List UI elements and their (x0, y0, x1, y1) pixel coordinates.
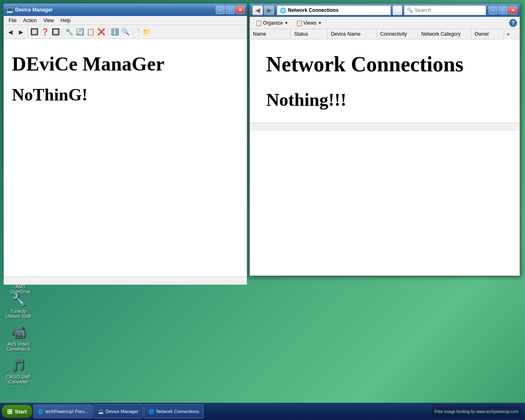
tb-btn-5[interactable]: 🔄 (75, 27, 85, 37)
menu-help[interactable]: Help (57, 17, 74, 24)
casio-smf-icon: 🎵 (10, 357, 27, 373)
tb-btn-7[interactable]: ❌ (96, 27, 106, 37)
dm-toolbar: ◀ ▶ 🔲 ❓ 🔲 🔧 🔄 📋 ❌ ℹ️ 🔍 📄 📁 (4, 25, 247, 39)
tb-btn-1[interactable]: 🔲 (30, 27, 39, 37)
device-manager-titlebar: 💻 Device Manager ─ □ ✕ (4, 4, 247, 16)
tb-btn-8[interactable]: ℹ️ (110, 27, 120, 37)
address-bar[interactable]: 🌐 Network Connections ▼ (277, 5, 391, 15)
menu-view[interactable]: View (40, 17, 57, 24)
desktop-icon-casio-smf[interactable]: 🎵 CASIO SMF Converter (2, 357, 35, 384)
menu-action[interactable]: Action (20, 17, 40, 24)
start-button[interactable]: ⊞ Start (2, 404, 32, 418)
views-button[interactable]: 📋 Views ▼ (293, 18, 325, 27)
network-controls: ─ □ ✕ (488, 6, 517, 14)
toolbar-sep-3 (108, 28, 108, 36)
col-connectivity[interactable]: Connectivity (377, 29, 418, 39)
col-device-name[interactable]: Device Name (328, 29, 377, 39)
network-help-button[interactable]: ? (509, 19, 517, 27)
device-manager-heading: DEviCe ManaGer (12, 51, 239, 77)
taskbar-network-connections[interactable]: 🌐 Network Connections (144, 404, 204, 418)
forward-button[interactable]: ▶ (16, 27, 26, 37)
search-icon: 🔍 (407, 7, 413, 13)
taskbar: ⊞ Start 🌐 techPowerUp! Foru... 💻 Device … (0, 403, 525, 420)
tb-btn-9[interactable]: 🔍 (121, 27, 130, 37)
taskbar-btn-label: Device Manager (106, 409, 139, 414)
network-connections-taskbar-icon: 🌐 (148, 409, 154, 414)
back-button[interactable]: ◀ (5, 27, 15, 37)
col-owner[interactable]: Owner (471, 29, 504, 39)
views-label: Views (304, 20, 317, 26)
network-connections-window: ◀ ▶ 🌐 Network Connections ▼ ↻ 🔍 Search ─… (249, 3, 520, 276)
network-toolbar: 📋 Organize ▼ 📋 Views ▼ ? (250, 17, 520, 29)
nc-scrollbar[interactable] (250, 123, 520, 131)
nc-minimize-button[interactable]: ─ (488, 6, 498, 14)
desktop-icon-label: AVS Video Converter 6 (7, 342, 30, 352)
network-content-area: Network Connections Nothing!!! (250, 39, 520, 123)
desktop-icon-label: TuneUp Utilities 2008 (6, 309, 32, 319)
device-manager-title-icon: 💻 (6, 7, 13, 13)
nc-back-button[interactable]: ◀ (252, 5, 263, 15)
tb-btn-2[interactable]: ❓ (40, 27, 50, 37)
desktop: 🔴 AMD OverDrive 🔧 TuneUp Utilities 2008 … (0, 0, 525, 420)
organize-button[interactable]: 📋 Organize ▼ (252, 18, 291, 27)
nc-close-button[interactable]: ✕ (508, 6, 517, 14)
tb-btn-3[interactable]: 🔲 (51, 27, 61, 37)
nc-forward-button[interactable]: ▶ (264, 5, 274, 15)
network-connections-heading: Network Connections (266, 52, 503, 77)
toolbar-sep-1 (27, 28, 28, 36)
techpowerup-icon: 🌐 (38, 409, 43, 414)
network-titlebar: ◀ ▶ 🌐 Network Connections ▼ ↻ 🔍 Search ─… (250, 4, 520, 17)
avs-video-icon: 📹 (10, 324, 27, 340)
menu-file[interactable]: File (5, 17, 20, 24)
organize-dropdown-icon: ▼ (285, 21, 288, 25)
close-button[interactable]: ✕ (235, 6, 244, 14)
nc-maximize-button[interactable]: □ (498, 6, 507, 14)
tb-btn-11[interactable]: 📁 (142, 27, 152, 37)
tb-btn-10[interactable]: 📄 (131, 27, 141, 37)
col-network-category[interactable]: Network Category (418, 29, 471, 39)
address-icon: 🌐 (280, 7, 286, 14)
col-name[interactable]: Name (250, 29, 291, 39)
device-manager-title: Device Manager (15, 7, 216, 13)
windows-logo-icon: ⊞ (7, 408, 12, 415)
tuneup-icon: 🔧 (10, 291, 27, 308)
tb-btn-4[interactable]: 🔧 (64, 27, 74, 37)
search-placeholder: Search (415, 7, 431, 13)
taskbar-btn-label: Network Connections (156, 409, 199, 414)
network-connections-nothing: Nothing!!! (266, 89, 503, 110)
dm-scrollbar[interactable] (4, 276, 247, 285)
organize-label: Organize (263, 20, 283, 26)
minimize-button[interactable]: ─ (216, 6, 225, 14)
nc-refresh-button[interactable]: ↻ (393, 5, 402, 15)
toolbar-sep-2 (62, 28, 63, 36)
views-icon: 📋 (296, 20, 303, 26)
device-manager-nothing: NoThinG! (12, 85, 239, 105)
device-manager-taskbar-icon: 💻 (98, 409, 104, 414)
desktop-icon-avs-video[interactable]: 📹 AVS Video Converter 6 (2, 324, 35, 352)
organize-icon: 📋 (255, 20, 262, 26)
maximize-button[interactable]: □ (226, 6, 235, 14)
more-columns-button[interactable]: » (504, 29, 512, 39)
system-tray: Free image hosting by www.techpowerup.co… (432, 404, 521, 418)
column-headers: Name Status Device Name Connectivity Net… (250, 29, 520, 39)
taskbar-btn-label: techPowerUp! Foru... (46, 409, 88, 414)
address-dropdown-icon[interactable]: ▼ (384, 8, 388, 13)
desktop-icon-tuneup[interactable]: 🔧 TuneUp Utilities 2008 (2, 291, 35, 319)
nc-search-field[interactable]: 🔍 Search (404, 5, 486, 15)
device-manager-controls: ─ □ ✕ (216, 6, 244, 14)
col-status[interactable]: Status (291, 29, 328, 39)
taskbar-right: Free image hosting by www.techpowerup.co… (432, 404, 523, 418)
network-controls-left: ◀ ▶ (252, 5, 274, 15)
desktop-icon-label: CASIO SMF Converter (6, 374, 31, 384)
device-manager-window: 💻 Device Manager ─ □ ✕ File Action View … (3, 3, 247, 276)
menu-bar: File Action View Help (4, 16, 247, 25)
address-text: Network Connections (288, 7, 338, 13)
device-manager-content: DEviCe ManaGer NoThinG! (4, 39, 247, 276)
taskbar-techpowerup[interactable]: 🌐 techPowerUp! Foru... (33, 404, 93, 418)
tb-btn-6[interactable]: 📋 (86, 27, 96, 37)
start-label: Start (15, 409, 27, 415)
taskbar-device-manager[interactable]: 💻 Device Manager (94, 404, 143, 418)
views-dropdown-icon: ▼ (318, 21, 322, 25)
tray-info: Free image hosting by www.techpowerup.co… (434, 409, 518, 414)
